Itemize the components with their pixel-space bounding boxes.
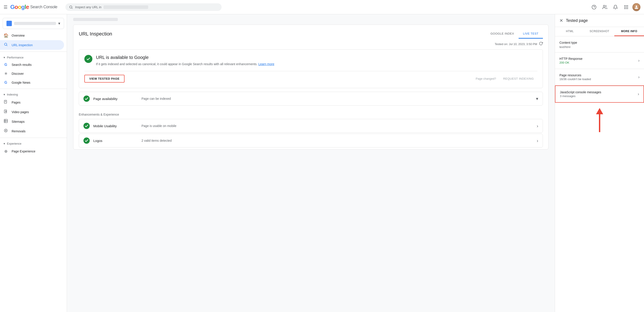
nav-divider-3 — [0, 138, 67, 138]
app-layout: ▾ 🏠 Overview URL inspection ▾ Performanc… — [0, 14, 644, 312]
logos-label: Logos — [93, 139, 138, 142]
chevron-icon-performance: ▾ — [4, 56, 5, 59]
tested-on-row: Tested on: Jul 10, 2023, 3:50 PM — [74, 39, 548, 49]
js-console-title: JavaScript console messages — [560, 90, 636, 94]
sitemaps-icon — [4, 119, 8, 124]
notifications-button[interactable] — [611, 3, 620, 12]
section-performance[interactable]: ▾ Performance — [0, 54, 67, 60]
svg-rect-22 — [4, 120, 8, 123]
apps-button[interactable] — [622, 3, 630, 12]
sidebar-item-search-results[interactable]: G Search results — [0, 60, 64, 69]
content-type-label: Content type — [560, 41, 640, 44]
header-actions — [590, 3, 640, 12]
availability-row[interactable]: Page availability Page can be indexed ▾ — [79, 92, 543, 105]
result-text-block: URL is available to Google If it gets in… — [96, 55, 274, 66]
sidebar-item-google-news[interactable]: G Google News — [0, 78, 64, 87]
learn-more-link[interactable]: Learn more — [258, 62, 274, 66]
rp-tab-screenshot[interactable]: SCREENSHOT — [585, 27, 614, 36]
sidebar-item-page-experience[interactable]: ⊕ Page Experience — [0, 147, 64, 156]
svg-rect-12 — [626, 8, 626, 9]
logo-area: Google Search Console — [10, 4, 57, 10]
page-experience-icon: ⊕ — [4, 149, 8, 154]
refresh-button[interactable] — [539, 42, 543, 47]
result-header: URL is available to Google If it gets in… — [84, 55, 537, 66]
google-g-icon: G — [4, 63, 8, 67]
svg-rect-10 — [627, 7, 628, 8]
request-indexing-button[interactable]: REQUEST INDEXING — [500, 75, 537, 82]
product-name: Search Console — [30, 5, 57, 9]
sidebar-label-search-results: Search results — [12, 63, 32, 66]
http-response-row[interactable]: HTTP Response 200 OK › — [555, 52, 644, 69]
enhancement-logos-row[interactable]: Logos 2 valid items detected › — [79, 134, 543, 147]
enhancement-logos: Logos 2 valid items detected › — [79, 134, 543, 148]
google-logo: Google — [10, 4, 29, 10]
sidebar-item-removals[interactable]: Removals — [0, 126, 64, 136]
chevron-down-icon: ▾ — [58, 21, 60, 26]
tab-live-test[interactable]: LIVE TEST — [518, 29, 543, 38]
avatar[interactable] — [632, 3, 640, 11]
page-resources-title: Page resources — [560, 74, 636, 77]
content-type-value: text/html — [560, 45, 640, 49]
svg-point-4 — [604, 5, 605, 7]
section-label-indexing: Indexing — [7, 93, 18, 96]
menu-icon[interactable]: ☰ — [4, 4, 8, 10]
rp-tab-more-info[interactable]: MORE INFO — [614, 27, 644, 36]
search-url-blurred — [104, 5, 148, 9]
tab-row: GOOGLE INDEX LIVE TEST — [486, 29, 543, 38]
mobile-chevron-icon: › — [537, 124, 538, 128]
page-resources-value: 16/36 couldn't be loaded — [560, 78, 636, 81]
page-changed-label: Page changed? — [476, 77, 496, 80]
search-icon — [69, 5, 73, 9]
svg-rect-7 — [627, 5, 628, 6]
home-icon: 🏠 — [4, 33, 8, 38]
sidebar-item-overview[interactable]: 🏠 Overview — [0, 31, 64, 40]
page-resources-row[interactable]: Page resources 16/36 couldn't be loaded … — [555, 69, 644, 86]
rp-tab-html[interactable]: HTML — [555, 27, 585, 36]
svg-point-15 — [4, 43, 7, 46]
arrow-head-icon — [596, 108, 603, 114]
section-label-performance: Performance — [7, 56, 24, 59]
help-button[interactable] — [590, 3, 598, 12]
tested-on-label: Tested on: Jul 10, 2023, 3:50 PM — [495, 42, 537, 46]
svg-point-14 — [636, 5, 637, 7]
chevron-icon-indexing: ▾ — [4, 93, 5, 96]
chevron-icon-experience: ▾ — [4, 142, 5, 145]
availability-section: Page availability Page can be indexed ▾ — [79, 92, 543, 106]
account-management-button[interactable] — [600, 3, 609, 12]
tab-google-index[interactable]: GOOGLE INDEX — [486, 29, 518, 38]
property-selector[interactable]: ▾ — [3, 18, 64, 29]
nav-divider-2 — [0, 88, 67, 89]
search-bar[interactable]: Inspect any URL in — [66, 3, 222, 11]
sidebar-label-discover: Discover — [12, 72, 24, 76]
mobile-usability-value: Page is usable on mobile — [142, 124, 533, 128]
enhancement-mobile-usability: Mobile Usability Page is usable on mobil… — [79, 119, 543, 133]
enhancements-section: Enhancements & Experience Mobile Usabili… — [74, 109, 548, 149]
panel-header: URL Inspection GOOGLE INDEX LIVE TEST — [74, 25, 548, 39]
content-type-section: Content type text/html — [555, 36, 644, 52]
js-console-chevron-icon: › — [638, 92, 639, 96]
sidebar-item-discover[interactable]: ✳ Discover — [0, 69, 64, 78]
section-label-experience: Experience — [7, 142, 22, 145]
logos-value: 2 valid items detected — [142, 139, 533, 142]
view-tested-page-button[interactable]: VIEW TESTED PAGE — [84, 75, 124, 82]
http-response-title: HTTP Response — [560, 57, 636, 60]
panel-title: URL Inspection — [79, 31, 112, 37]
sidebar-item-sitemaps[interactable]: Sitemaps — [0, 117, 64, 126]
section-experience[interactable]: ▾ Experience — [0, 140, 67, 147]
section-indexing[interactable]: ▾ Indexing — [0, 90, 67, 98]
http-response-value: 200 OK — [560, 61, 636, 64]
search-icon-nav — [4, 42, 8, 48]
sidebar-item-pages[interactable]: Pages — [0, 98, 64, 107]
property-name-blurred — [14, 22, 56, 25]
availability-check-icon — [84, 96, 90, 102]
enhancements-title: Enhancements & Experience — [79, 111, 543, 119]
removals-icon — [4, 128, 8, 134]
annotation-arrow-container — [555, 103, 644, 136]
sidebar-item-video-pages[interactable]: Video pages — [0, 107, 64, 117]
close-button[interactable]: ✕ — [560, 18, 563, 23]
js-console-row[interactable]: JavaScript console messages 3 messages › — [555, 86, 644, 103]
sidebar-label-url-inspection: URL inspection — [12, 43, 32, 47]
enhancement-mobile-row[interactable]: Mobile Usability Page is usable on mobil… — [79, 119, 543, 132]
page-resources-chevron-icon: › — [638, 75, 640, 80]
sidebar-item-url-inspection[interactable]: URL inspection — [0, 40, 64, 50]
